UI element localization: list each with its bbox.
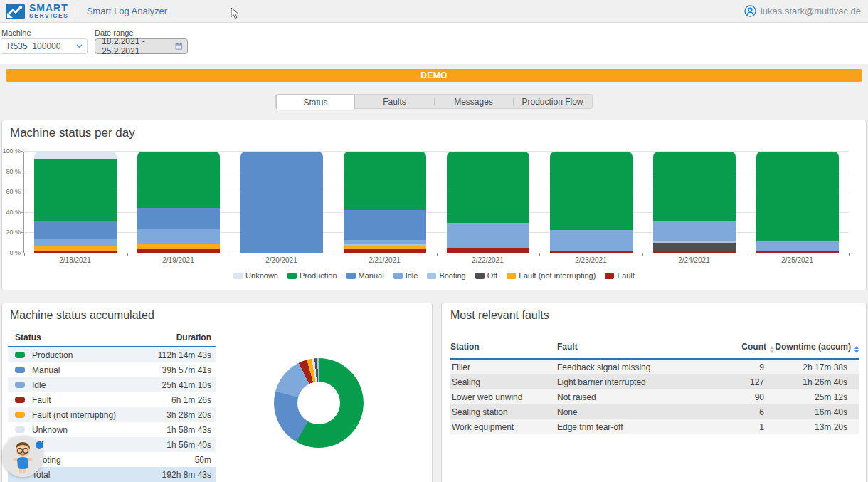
legend-swatch [427,273,436,279]
machine-status-accumulated-panel: Machine status accumulated Status Durati… [1,303,433,482]
bar-segment-fault-not-interrupting-[interactable] [137,244,220,249]
faults-col-count[interactable]: Count [717,342,774,353]
x-axis-tick [334,253,334,256]
bar-segment-production[interactable] [653,152,736,221]
date-range-input[interactable]: 18.2.2021 - 25.2.2021 [95,38,188,54]
bar-segment-idle[interactable] [137,229,220,244]
legend-swatch [233,273,243,279]
table-row[interactable]: Work equipmentEdge trim tear-off113m 20s [450,419,859,434]
legend-item-fault-not-interrupting-[interactable]: Fault (not interrupting) [507,271,596,280]
bar-segment-production[interactable] [447,152,529,223]
x-axis-labels: 2/18/20212/19/20212/20/20212/21/20212/22… [23,256,849,264]
fault-text: Light barrier interrupted [557,377,717,387]
sort-icon[interactable] [854,346,859,353]
logo-line1: SMART [29,3,69,13]
demo-banner-text: DEMO [420,70,448,80]
status-color-pill [15,367,25,373]
axis-tick [21,172,23,172]
fault-downtime: 16m 40s [774,407,859,417]
column-label: Station [450,342,480,352]
legend-label: Production [300,271,337,280]
legend-item-booting[interactable]: Booting [427,271,465,280]
table-row-manual: Manual39h 57m 41s [8,362,216,377]
legend-item-manual[interactable]: Manual [346,271,384,280]
status-name: Fault [32,395,171,405]
status-name: Manual [32,365,162,375]
fault-downtime: 2h 17m 38s [774,362,859,372]
status-donut-chart[interactable] [274,358,364,448]
notification-dot [36,441,43,449]
smart-services-logo[interactable]: SMART SERVICES [6,3,69,19]
status-name: Total [32,470,162,480]
accumulated-col-status: Status [15,332,41,342]
legend-item-fault[interactable]: Fault [605,271,634,280]
x-axis-tick [437,253,438,256]
faults-col-downtime-accum-[interactable]: Downtime (accum) [774,342,859,353]
bar-segment-production[interactable] [344,152,426,210]
stacked-bar-2/23/2021[interactable] [550,152,633,253]
tab-faults[interactable]: Faults [355,95,434,108]
legend-swatch [346,273,356,279]
stacked-bar-2/24/2021[interactable] [653,152,736,253]
status-color-pill [15,352,25,358]
tab-messages[interactable]: Messages [434,95,513,108]
table-row[interactable]: SealingLight barrier interrupted1271h 26… [450,374,859,389]
bar-slot [746,152,849,253]
x-axis-label: 2/20/2021 [230,256,333,264]
stacked-bar-2/22/2021[interactable] [447,152,529,253]
y-axis: 0 %20 %40 %60 %80 %100 % [2,152,22,253]
most-relevant-faults-panel: Most relevant faults StationFaultCountDo… [441,303,867,482]
stacked-bar-2/21/2021[interactable] [344,152,426,253]
bar-segment-production[interactable] [550,152,633,230]
legend-item-unknown[interactable]: Unknown [233,271,278,280]
stacked-bar-2/25/2021[interactable] [756,152,839,253]
bar-segment-idle[interactable] [653,221,736,241]
x-axis-label: 2/23/2021 [539,256,642,264]
legend-item-off[interactable]: Off [475,271,497,280]
table-row[interactable]: Sealing stationNone616m 40s [450,404,859,419]
bar-segment-unknown[interactable] [34,152,117,159]
fault-station: Lower web unwind [450,392,557,402]
fault-count: 90 [717,392,774,402]
machine-select[interactable]: R535_100000 [1,38,88,54]
bar-segment-idle[interactable] [756,241,839,251]
tab-status[interactable]: Status [276,94,355,110]
legend-item-production[interactable]: Production [287,271,337,280]
bar-segment-idle[interactable] [550,230,633,251]
tab-production-flow[interactable]: Production Flow [513,95,592,108]
bar-segment-manual[interactable] [344,210,426,241]
y-axis-label: 80 % [6,168,21,175]
bar-segment-idle[interactable] [34,239,117,246]
bar-segment-fault-not-interrupting-[interactable] [34,246,117,252]
legend-label: Unknown [245,271,278,280]
x-axis-tick [849,253,850,256]
table-row[interactable]: Lower web unwindNot raised9025m 12s [450,389,859,404]
legend-label: Idle [406,271,418,280]
stacked-bar-2/19/2021[interactable] [137,152,220,253]
column-label: Downtime (accum) [775,342,851,352]
bar-segment-production[interactable] [756,152,839,241]
status-duration: 1h 58m 43s [166,425,211,435]
bar-segment-manual[interactable] [137,208,220,229]
assistant-chat-widget[interactable] [2,436,43,477]
legend-item-idle[interactable]: Idle [393,271,418,280]
table-row[interactable]: FillerFeedback signal missing92h 17m 38s [450,360,859,374]
bar-segment-manual[interactable] [240,152,323,253]
stacked-bar-2/20/2021[interactable] [240,152,323,253]
bar-segment-production[interactable] [34,159,117,221]
bar-segment-manual[interactable] [34,221,117,239]
status-duration: 112h 14m 43s [158,350,211,360]
user-account[interactable]: lukas.stark@multivac.de [744,5,861,17]
bar-slot [127,152,231,253]
y-axis-label: 40 % [6,209,21,216]
filter-bar: Machine Date range R535_100000 18.2.2021… [0,23,868,64]
fault-count: 6 [717,407,774,417]
bar-segment-production[interactable] [137,152,220,208]
legend-label: Manual [359,271,384,280]
user-icon [744,5,756,17]
bar-segment-idle[interactable] [447,223,529,248]
user-email: lukas.stark@multivac.de [761,6,861,16]
stacked-bar-2/18/2021[interactable] [34,152,117,253]
bar-segment-off[interactable] [653,243,736,251]
status-name: Production [32,350,158,360]
